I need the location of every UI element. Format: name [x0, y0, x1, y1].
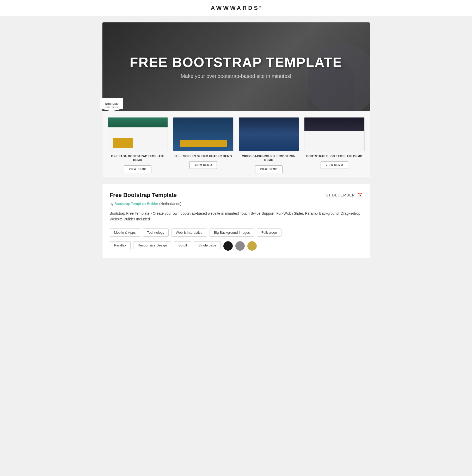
demo-item-3: VIDEO BACKGROUND JUMBOTRON DEMO VIEW DEM…	[239, 117, 299, 173]
calendar-icon: 📅	[357, 193, 363, 197]
tags-row: Mobile & Apps Technology Web & Interacti…	[110, 228, 363, 237]
hero-title: FREE BOOTSTRAP TEMPLATE	[130, 54, 342, 70]
tag-big-background[interactable]: Big Background Images	[210, 228, 254, 237]
demo-label-4: BOOTSTRAP BLOG TEMPLATE DEMO	[306, 154, 362, 158]
color-swatch-black[interactable]	[223, 241, 233, 251]
tag-fullscreen[interactable]: Fullscreen	[257, 228, 281, 237]
site-header: AWWWARDS®	[0, 0, 472, 16]
ribbon-vote-text: VOTE FOR US!	[105, 106, 119, 108]
tag-mobile-apps[interactable]: Mobile & Apps	[110, 228, 140, 237]
tags-colors-row: Parallax Responsive Design Scroll Single…	[110, 240, 363, 251]
info-section: Free Bootstrap Template 21 DECEMBER 📅 by…	[102, 184, 370, 258]
date-text: 21 DECEMBER	[326, 193, 355, 197]
demo-label-2: FULL SCREEN SLIDER HEADER DEMO	[174, 154, 232, 158]
demo-thumb-2	[173, 117, 234, 151]
demo-btn-2[interactable]: VIEW DEMO	[189, 161, 217, 169]
hero-image: FREE BOOTSTRAP TEMPLATE Make your own bo…	[102, 22, 370, 111]
demo-btn-1[interactable]: VIEW DEMO	[124, 165, 151, 173]
demo-item-2: FULL SCREEN SLIDER HEADER DEMO VIEW DEMO	[173, 117, 234, 173]
demo-item-4: BOOTSTRAP BLOG TEMPLATE DEMO VIEW DEMO	[304, 117, 365, 173]
demo-thumb-4	[304, 117, 365, 151]
ribbon-shape: NOMINEE VOTE FOR US!	[100, 98, 123, 111]
hero-subtitle: Make your own bootstrap-based site in mi…	[181, 73, 291, 79]
project-description: Bootstrap Free Template - Create your ow…	[110, 211, 363, 222]
demo-label-3: VIDEO BACKGROUND JUMBOTRON DEMO	[239, 154, 299, 162]
author-link[interactable]: Bootstrap Template Builder	[114, 202, 158, 206]
author-location: (Netherlands)	[158, 202, 181, 206]
info-header: Free Bootstrap Template 21 DECEMBER 📅	[110, 192, 363, 199]
tag-scroll[interactable]: Scroll	[174, 241, 191, 249]
demo-thumb-1	[108, 117, 168, 151]
ribbon-nominee-text: NOMINEE	[105, 103, 119, 105]
tag-parallax[interactable]: Parallax	[110, 241, 131, 249]
tag-responsive[interactable]: Responsive Design	[133, 241, 171, 249]
demo-btn-3[interactable]: VIEW DEMO	[255, 165, 283, 173]
colors-row	[223, 241, 257, 251]
logo-text: AWWWARDS	[211, 5, 259, 11]
main-container: NOMINEE VOTE FOR US! FREE BOOTSTRAP TEMP…	[98, 22, 374, 258]
color-swatch-gold[interactable]	[247, 241, 257, 251]
trademark: ®	[259, 5, 261, 8]
color-swatch-gray[interactable]	[235, 241, 245, 251]
demo-label-1: ONE PAGE BOOTSTRAP TEMPLATE DEMO	[108, 154, 168, 162]
project-author: by Bootstrap Template Builder (Netherlan…	[110, 202, 363, 206]
tag-web-interactive[interactable]: Web & Interactive	[171, 228, 207, 237]
tag-technology[interactable]: Technology	[143, 228, 169, 237]
demo-btn-4[interactable]: VIEW DEMO	[321, 161, 348, 169]
site-logo[interactable]: AWWWARDS®	[211, 5, 261, 11]
project-title: Free Bootstrap Template	[110, 192, 177, 199]
nominee-ribbon: NOMINEE VOTE FOR US!	[100, 98, 123, 111]
demo-thumb-3	[239, 117, 299, 151]
project-date: 21 DECEMBER 📅	[326, 193, 363, 197]
preview-card: NOMINEE VOTE FOR US! FREE BOOTSTRAP TEMP…	[102, 22, 370, 178]
demo-item-1: ONE PAGE BOOTSTRAP TEMPLATE DEMO VIEW DE…	[108, 117, 168, 173]
demo-grid: ONE PAGE BOOTSTRAP TEMPLATE DEMO VIEW DE…	[102, 111, 370, 178]
author-prefix: by	[110, 202, 115, 206]
tag-single-page[interactable]: Single page	[194, 241, 221, 249]
